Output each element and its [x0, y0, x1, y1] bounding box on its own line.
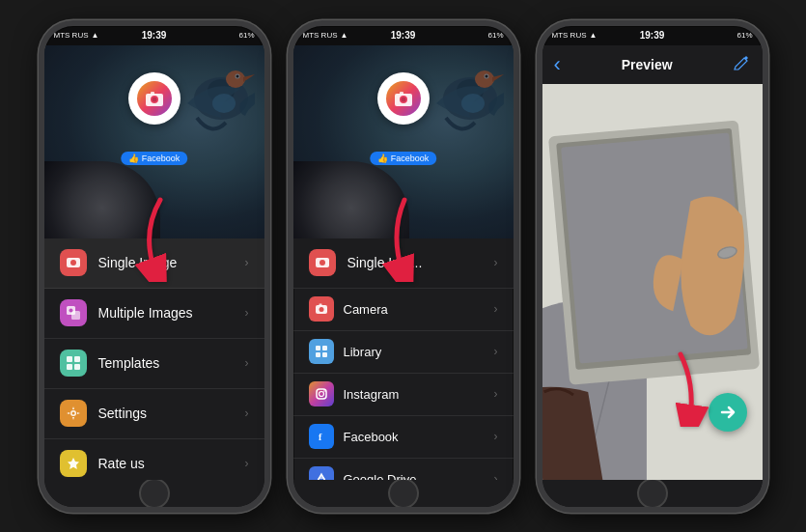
- templates-label: Templates: [98, 355, 245, 371]
- battery-2: 61%: [487, 31, 503, 40]
- edit-btn[interactable]: [733, 54, 750, 74]
- status-left-3: MTS RUS ▲: [552, 31, 598, 40]
- carrier-1: MTS RUS: [54, 31, 89, 40]
- menu-item-templates[interactable]: Templates ›: [44, 339, 264, 389]
- phone-2: MTS RUS ▲ 19:39 61%: [288, 20, 519, 513]
- single-image-icon-svg: [66, 255, 81, 270]
- single-image-icon: [60, 249, 87, 276]
- camera-icon-2: [393, 88, 414, 109]
- status-right-1: 61%: [238, 31, 254, 40]
- single-image-row-2[interactable]: Single Ima... ›: [293, 238, 514, 289]
- fb-badge-label-2: Facebook: [391, 154, 430, 163]
- back-btn[interactable]: ‹: [554, 54, 561, 75]
- thumbs-up-icon-1: 👍: [128, 154, 139, 163]
- multiple-images-icon-svg: [66, 305, 81, 321]
- preview-image: [542, 84, 763, 480]
- signal-icon-2: ▲: [341, 31, 348, 40]
- camera-icon-1: [144, 88, 165, 109]
- svg-rect-41: [322, 352, 327, 357]
- templates-chevron: ›: [245, 356, 249, 370]
- time-1: 19:39: [142, 30, 167, 41]
- svg-rect-37: [319, 304, 321, 307]
- svg-point-36: [319, 307, 323, 312]
- single-image-label: Single Image: [98, 255, 245, 270]
- svg-point-8: [152, 97, 156, 101]
- svg-point-34: [320, 260, 325, 266]
- rate-us-icon-svg: [66, 456, 81, 471]
- settings-chevron: ›: [245, 406, 249, 420]
- app-icon-inner-2: [386, 81, 421, 116]
- multiple-images-label: Multiple Images: [98, 305, 245, 321]
- templates-icon-svg: [66, 355, 81, 371]
- svg-rect-18: [74, 364, 80, 370]
- home-indicator-3: [542, 480, 763, 507]
- thumbs-up-icon-2: 👍: [377, 154, 388, 163]
- fab-next-btn[interactable]: [709, 393, 747, 432]
- instagram-chevron: ›: [494, 387, 498, 401]
- status-right-2: 61%: [487, 31, 503, 40]
- home-btn-3[interactable]: [637, 478, 668, 509]
- svg-point-31: [401, 97, 405, 101]
- menu-item-multiple-images[interactable]: Multiple Images ›: [44, 289, 264, 339]
- svg-point-44: [323, 390, 325, 392]
- submenu-library[interactable]: Library ›: [293, 331, 514, 374]
- bg-image-1: 👍 Facebook: [44, 45, 264, 238]
- google-drive-submenu-icon: [309, 466, 334, 480]
- instagram-svg: [315, 387, 328, 401]
- submenu-instagram[interactable]: Instagram ›: [293, 374, 514, 416]
- google-drive-svg: [315, 472, 328, 480]
- home-indicator-1: [44, 480, 264, 507]
- screen-2: 👍 Facebook Single Ima... ›: [293, 45, 514, 480]
- svg-rect-16: [74, 356, 80, 362]
- preview-title: Preview: [622, 57, 673, 72]
- library-submenu-icon: [309, 339, 334, 364]
- single-image-icon-2: [309, 249, 336, 276]
- preview-header: ‹ Preview: [542, 45, 763, 84]
- instagram-label: Instagram: [344, 387, 494, 402]
- svg-rect-9: [151, 92, 154, 95]
- svg-marker-21: [68, 458, 79, 469]
- status-bar-3: MTS RUS ▲ 19:39 61%: [542, 26, 763, 45]
- home-btn-2[interactable]: [388, 478, 419, 509]
- camera-chevron: ›: [494, 302, 498, 316]
- status-left-2: MTS RUS ▲: [303, 31, 348, 40]
- svg-text:f: f: [319, 432, 322, 442]
- signal-icon-3: ▲: [590, 31, 598, 40]
- submenu-camera[interactable]: Camera ›: [293, 289, 514, 331]
- single-image-chevron: ›: [245, 256, 249, 269]
- edit-icon: [733, 54, 750, 71]
- submenu-facebook[interactable]: f Facebook ›: [293, 416, 514, 459]
- camera-label: Camera: [344, 302, 494, 317]
- submenu-google-drive[interactable]: Google Drive ›: [293, 459, 514, 480]
- settings-label: Settings: [98, 406, 245, 421]
- submenu-2: Camera › Library ›: [293, 289, 514, 480]
- multiple-images-icon: [60, 299, 87, 326]
- facebook-chevron: ›: [494, 430, 498, 443]
- phone-3: MTS RUS ▲ 19:39 61% ‹ Preview: [537, 20, 768, 513]
- templates-icon: [60, 350, 87, 377]
- status-left-1: MTS RUS ▲: [54, 31, 99, 40]
- bg-image-2: 👍 Facebook: [293, 45, 514, 238]
- menu-item-settings[interactable]: Settings ›: [44, 389, 264, 439]
- time-2: 19:39: [391, 30, 416, 41]
- signal-icon-1: ▲: [92, 31, 99, 40]
- menu-item-single-image[interactable]: Single Image ›: [44, 238, 264, 289]
- single-image-label-2: Single Ima...: [347, 255, 494, 270]
- carrier-3: MTS RUS: [552, 31, 587, 40]
- instagram-submenu-icon: [309, 381, 334, 406]
- menu-item-rate-us[interactable]: Rate us ›: [44, 439, 264, 480]
- svg-point-14: [69, 309, 72, 313]
- battery-3: 61%: [737, 31, 752, 40]
- screen-1: 👍 Facebook Single Image ›: [44, 45, 264, 480]
- library-svg: [315, 345, 328, 358]
- facebook-submenu-icon: f: [309, 424, 334, 449]
- svg-point-43: [319, 392, 323, 397]
- library-label: Library: [344, 345, 494, 359]
- facebook-svg: f: [315, 430, 328, 443]
- svg-rect-32: [400, 92, 403, 95]
- home-btn-1[interactable]: [139, 478, 170, 509]
- rate-us-label: Rate us: [98, 456, 245, 471]
- app-icon-inner-1: [137, 81, 172, 116]
- svg-rect-38: [316, 346, 320, 350]
- fb-badge-2: 👍 Facebook: [370, 152, 437, 165]
